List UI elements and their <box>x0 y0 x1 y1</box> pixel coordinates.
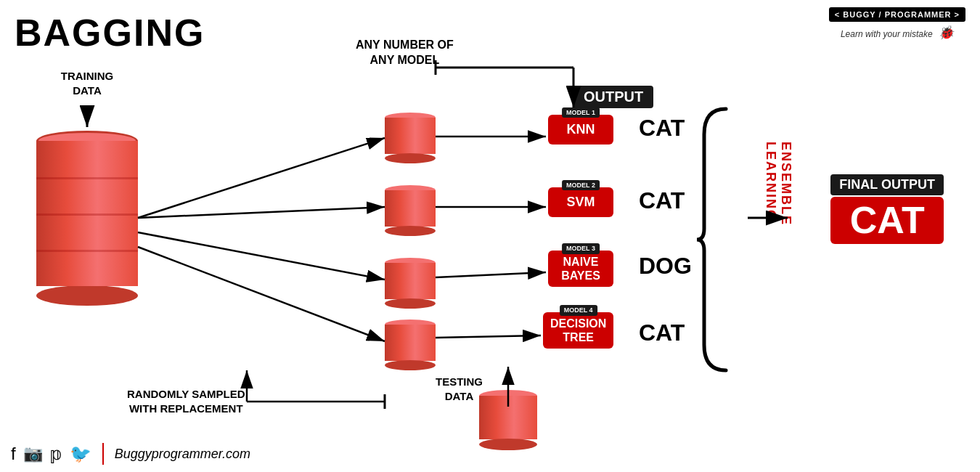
training-data-label: TRAININGDATA <box>36 69 138 97</box>
svg-line-5 <box>138 232 385 280</box>
model3-output: DOG <box>639 253 692 280</box>
model1-name: KNN <box>558 122 603 137</box>
svg-line-4 <box>138 207 385 218</box>
model1-box: MODEL 1 KNN <box>548 115 613 145</box>
model2-badge: MODEL 2 <box>562 180 600 190</box>
svg-line-10 <box>436 335 541 338</box>
ensemble-brace <box>697 105 740 374</box>
brand-logo: < BUGGY / PROGRAMMER > Learn with your m… <box>829 7 965 41</box>
model1-database <box>385 113 436 163</box>
any-number-label: ANY NUMBER OFANY MODEL <box>356 38 454 68</box>
model4-box: MODEL 4 DECISIONTREE <box>543 312 613 349</box>
brand-tagline: Learn with your mistake 🐞 <box>829 25 965 41</box>
final-output-label: FINAL OUTPUT <box>830 174 944 195</box>
pinterest-icon: 𝕡 <box>50 444 62 464</box>
svg-line-3 <box>138 138 385 218</box>
model2-name: SVM <box>558 195 603 210</box>
model3-box: MODEL 3 NAIVEBAYES <box>548 251 613 287</box>
final-output-container: FINAL OUTPUT CAT <box>830 174 944 244</box>
sampled-label: RANDOMLY SAMPLEDWITH REPLACEMENT <box>127 387 245 415</box>
svg-line-6 <box>138 247 385 341</box>
model4-output: CAT <box>639 320 685 346</box>
output-label: OUTPUT <box>573 86 653 108</box>
final-output-value: CAT <box>830 197 944 244</box>
facebook-icon: f <box>11 444 16 464</box>
model3-badge: MODEL 3 <box>562 243 600 254</box>
social-divider <box>102 443 104 465</box>
model4-badge: MODEL 4 <box>560 305 597 316</box>
twitter-icon: 🐦 <box>70 444 91 464</box>
model3-name: NAIVEBAYES <box>555 255 606 282</box>
model1-output: CAT <box>639 115 685 142</box>
page-title: BAGGING <box>15 11 205 54</box>
model2-output: CAT <box>639 187 685 214</box>
instagram-icon: 📷 <box>23 444 43 463</box>
social-bar: f 📷 𝕡 🐦 Buggyprogrammer.com <box>11 443 250 465</box>
model2-database <box>385 185 436 236</box>
training-database <box>36 131 138 306</box>
model4-database <box>385 320 436 370</box>
testing-data-label: TESTINGDATA <box>436 375 483 403</box>
model4-name: DECISIONTREE <box>550 317 606 344</box>
model3-database <box>385 258 436 309</box>
testing-database <box>479 390 537 450</box>
model1-badge: MODEL 1 <box>562 107 600 118</box>
svg-line-9 <box>436 272 546 277</box>
website-url: Buggyprogrammer.com <box>115 447 250 462</box>
ensemble-label: ENSEMBLE LEARNING <box>772 142 793 301</box>
brand-badge: < BUGGY / PROGRAMMER > <box>829 7 965 22</box>
model2-box: MODEL 2 SVM <box>548 187 613 217</box>
